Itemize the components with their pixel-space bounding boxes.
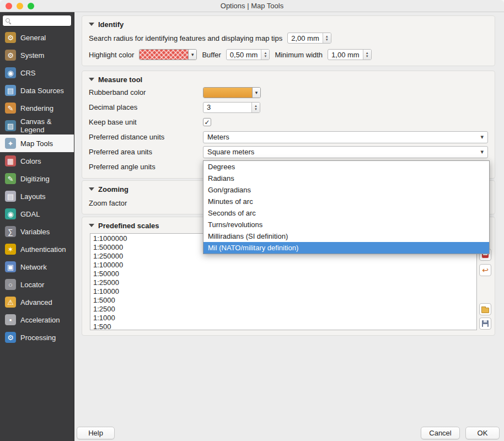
distance-units-value: Meters [207,133,229,141]
ok-button[interactable]: OK [465,427,500,439]
sidebar-item-layouts[interactable]: ▤ Layouts [0,187,74,205]
decimal-places-label: Decimal places [89,103,203,111]
save-icon [482,320,489,327]
close-icon[interactable] [6,3,12,9]
sidebar-item-acceleration[interactable]: ▪ Acceleration [0,311,74,329]
warning-icon: ⚠ [7,299,14,306]
scale-list-item[interactable]: 1:1000 [90,314,476,322]
area-units-combobox[interactable]: Square meters ▾ [203,146,488,158]
stepper-icon[interactable]: ▲▼ [261,49,269,60]
stepper-icon[interactable]: ▲▼ [323,33,331,44]
minimum-width-spinbox[interactable]: 1,00 mm ▲▼ [328,49,372,60]
stepper-icon[interactable]: ▲▼ [363,49,371,60]
minimum-width-value: 1,00 mm [328,51,363,59]
sidebar-item-processing[interactable]: ⚙ Processing [0,329,74,346]
chevron-down-icon[interactable]: ▾ [252,88,260,98]
folder-icon [481,308,489,313]
page-layout-icon: ▤ [7,193,14,200]
search-icon [6,18,11,24]
scale-list-item[interactable]: 1:100000 [90,261,476,270]
collapse-triangle-icon [89,187,94,191]
sidebar-item-rendering[interactable]: ✎ Rendering [0,99,74,117]
rubberband-color-swatch-icon [203,88,252,98]
palette-icon: ▦ [7,158,14,165]
decimal-places-value: 3 [203,103,251,111]
rubberband-color-label: Rubberband color [89,88,203,96]
network-icon: ▣ [7,263,14,271]
sidebar-item-system[interactable]: ⚙ System [0,46,74,64]
minimize-icon[interactable] [17,3,23,9]
buffer-spinbox[interactable]: 0,50 mm ▲▼ [226,49,270,60]
highlight-color-button[interactable]: ▾ [139,49,197,60]
scale-list-item[interactable]: 1:5000 [90,296,476,305]
scale-list-item[interactable]: 1:10000 [90,287,476,296]
help-button[interactable]: Help [77,427,115,439]
search-radius-label: Search radius for identifying features a… [89,34,282,42]
sidebar-item-map-tools[interactable]: ✦ Map Tools [0,135,74,152]
distance-units-combobox[interactable]: Meters ▾ [203,131,488,143]
sidebar-item-crs[interactable]: ◉ CRS [0,64,74,82]
chevron-down-icon: ▾ [480,148,484,155]
keep-base-unit-checkbox[interactable] [203,118,211,126]
rubberband-color-button[interactable]: ▾ [203,87,261,98]
import-scales-button[interactable] [479,303,491,315]
scale-list-item[interactable]: 1:2500 [90,305,476,314]
sidebar-item-canvas-legend[interactable]: ▨ Canvas & Legend [0,117,74,135]
sidebar-item-gdal[interactable]: ◉ GDAL [0,205,74,223]
collapse-triangle-icon [89,23,94,26]
angle-units-option[interactable]: Radians [203,173,489,184]
lock-icon: ✶ [8,246,14,253]
collapse-triangle-icon [89,78,94,81]
database-icon: ▤ [7,87,14,94]
measure-group-header[interactable]: Measure tool [89,74,488,85]
sidebar-item-locator[interactable]: ○ Locator [0,276,74,293]
identify-group: Identify Search radius for identifying f… [82,15,495,66]
cancel-button[interactable]: Cancel [421,427,460,439]
restore-default-scales-button[interactable]: ↩ [479,264,491,276]
sidebar-search[interactable] [2,15,72,26]
sidebar-item-variables[interactable]: ∑ Variables [0,223,74,240]
sidebar-item-data-sources[interactable]: ▤ Data Sources [0,82,74,99]
search-input[interactable] [13,17,68,25]
scale-list-item[interactable]: 1:50000 [90,270,476,278]
angle-units-option[interactable]: Mil (NATO/military definition) [203,242,489,254]
angle-units-option[interactable]: Degrees [203,161,489,173]
angle-units-option[interactable]: Minutes of arc [203,196,489,207]
sidebar-item-advanced[interactable]: ⚠ Advanced [0,293,74,311]
chevron-down-icon[interactable]: ▾ [188,50,196,60]
sidebar-item-authentication[interactable]: ✶ Authentication [0,240,74,258]
angle-units-option[interactable]: Turns/revolutions [203,219,489,230]
settings-sidebar: ⚙ General ⚙ System ◉ CRS ▤ Data Sources … [0,12,74,441]
crs-globe-icon: ◉ [7,69,13,77]
search-radius-value: 2,00 mm [288,34,323,42]
preferred-angle-units-label: Preferred angle units [89,163,203,171]
sidebar-nav: ⚙ General ⚙ System ◉ CRS ▤ Data Sources … [0,29,74,346]
stepper-icon[interactable]: ▲▼ [251,102,260,113]
angle-units-option[interactable]: Milliradians (SI definition) [203,230,489,242]
decimal-places-spinbox[interactable]: 3 ▲▼ [203,102,260,113]
highlight-color-label: Highlight color [89,51,134,59]
scale-list-item[interactable]: 1:25000 [90,278,476,287]
options-dialog: Options | Map Tools ⚙ General ⚙ System ◉… [0,0,504,441]
angle-units-option[interactable]: Gon/gradians [203,184,489,196]
identify-group-title: Identify [98,20,124,29]
wrench-icon: ⚙ [7,34,14,41]
angle-units-option[interactable]: Seconds of arc [203,207,489,219]
scales-group-title: Predefined scales [98,222,159,230]
sidebar-item-digitizing[interactable]: ✎ Digitizing [0,170,74,187]
search-radius-spinbox[interactable]: 2,00 mm ▲▼ [287,33,331,44]
export-scales-button[interactable] [479,318,491,330]
scale-list-item[interactable]: 1:500 [90,322,476,330]
fullscreen-icon[interactable] [28,3,34,9]
sidebar-item-general[interactable]: ⚙ General [0,29,74,46]
zooming-group-title: Zooming [98,185,128,193]
acceleration-chip-icon: ▪ [9,316,12,324]
sidebar-item-colors[interactable]: ▦ Colors [0,152,74,170]
chevron-down-icon: ▾ [480,133,484,141]
sidebar-item-network[interactable]: ▣ Network [0,258,74,276]
gdal-globe-icon: ◉ [7,211,13,218]
system-gears-icon: ⚙ [7,52,14,59]
minimum-width-label: Minimum width [275,51,323,59]
processing-gear-icon: ⚙ [7,334,14,341]
identify-group-header[interactable]: Identify [89,19,488,30]
